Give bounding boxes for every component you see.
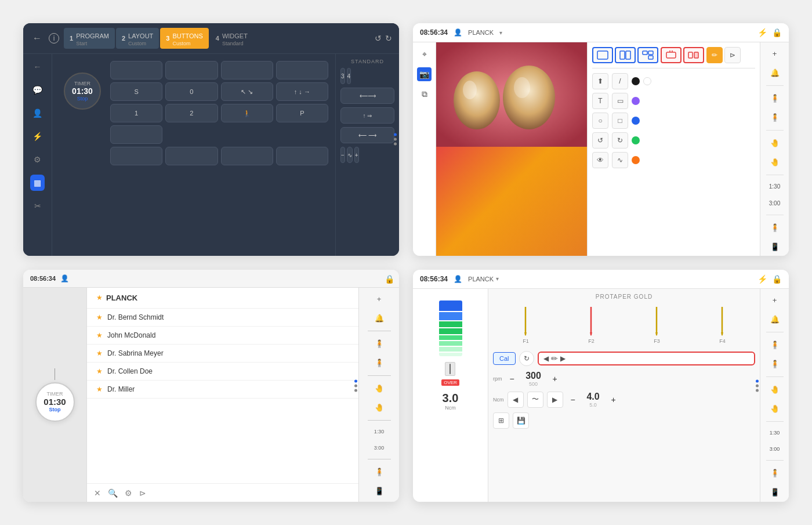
close-icon[interactable]: ✕ [94,488,101,498]
ncm-minus[interactable]: − [567,393,579,406]
panel4-lock-icon[interactable]: 🔒 [772,274,782,284]
btn-1[interactable]: 1 [110,104,162,122]
patient-item-2[interactable]: ★ John McDonald [87,327,358,345]
wave-tool[interactable]: ∿ [612,152,628,168]
rect-tool[interactable]: ▭ [612,93,628,109]
btn-empty-4[interactable] [276,61,328,79]
file-f4[interactable]: F4 [719,307,726,344]
btn-person[interactable]: 🚶 [221,104,273,122]
lock-icon[interactable]: 🔒 [772,28,782,37]
p4-hand2-icon[interactable]: 🤚 [768,402,782,415]
btn-std-minus[interactable]: − [340,147,345,163]
color-purple[interactable] [632,97,640,105]
layout-1-btn[interactable] [592,47,613,63]
btn-empty-2[interactable] [165,61,217,79]
layout-grid-btn[interactable] [637,47,658,63]
btn-arrows-2[interactable]: ↑ ↓ → [276,82,328,101]
btn-std-wave[interactable]: ∿ [347,147,353,163]
tooth-grid-btn[interactable]: ⊞ [493,412,509,429]
bell-icon[interactable]: 🔔 [768,66,782,79]
p4-sit-icon[interactable]: 🧍 [768,338,782,352]
delete-1-btn[interactable] [661,47,682,63]
p4-bell-icon[interactable]: 🔔 [768,313,782,326]
timer-stop-label[interactable]: Stop [77,96,88,102]
file-f1[interactable]: F1 [523,307,529,344]
panel3-lock-icon[interactable]: 🔒 [385,274,394,284]
circle-tool[interactable]: ○ [592,113,608,129]
ncm-plus[interactable]: + [607,393,620,406]
btn-0[interactable]: 0 [165,82,217,101]
btn-empty-1[interactable] [110,61,162,79]
step-1[interactable]: 1 PROGRAM Start [64,28,115,49]
btn-empty-6[interactable] [110,147,162,165]
btn-p[interactable]: P [276,104,328,122]
tool-layers[interactable]: ⧉ [419,87,430,102]
delete-2-btn[interactable] [683,47,704,63]
step-4[interactable]: 4 WIDGET Standard [210,28,253,49]
pen-tool[interactable]: / [612,73,628,89]
text-tool[interactable]: T [592,93,608,109]
color-green[interactable] [632,136,640,144]
refresh-button[interactable]: ↻ [519,351,534,366]
file-f3[interactable]: F3 [654,307,660,344]
hand-icon[interactable]: 🤚 [768,136,782,150]
hand2-icon[interactable]: 🤚 [768,155,782,169]
patient-item-4[interactable]: ★ Dr. Collen Doe [87,363,358,381]
btn-2[interactable]: 2 [165,104,217,122]
rt-timer1-icon[interactable]: 1:30 [372,426,387,437]
btn-empty-7[interactable] [165,147,217,165]
mode-next[interactable]: ▶ [560,354,566,363]
btn-arrows-1[interactable]: ↖ ↘ [221,82,273,101]
file-f2[interactable]: F2 [588,307,594,344]
patient-item-1[interactable]: ★ Dr. Bernd Schmidt [87,309,358,327]
p4-hand-icon[interactable]: 🤚 [768,383,782,396]
p4-phone-icon[interactable]: 📱 [768,486,782,499]
rt-sit3-icon[interactable]: 🧍 [372,465,386,479]
rt-phone-icon[interactable]: 📱 [372,484,386,498]
color-orange[interactable] [632,156,640,164]
annotate-btn[interactable]: ✏ [706,47,723,63]
sidebar-user-icon[interactable]: 👤 [29,105,46,121]
sidebar-bluetooth-icon[interactable]: ⚡ [29,128,46,144]
rt-hand2-icon[interactable]: 🤚 [372,401,386,414]
btn-empty-8[interactable] [221,147,273,165]
ncm-next[interactable]: ▶ [547,392,563,408]
ncm-prev[interactable]: ◀ [507,392,524,408]
step-2[interactable]: 2 LAYOUT Custom [116,28,159,49]
export-icon[interactable]: ⊳ [139,488,146,498]
search-icon[interactable]: 🔍 [108,488,118,498]
redo-tool[interactable]: ↻ [612,132,628,149]
save-btn[interactable]: 💾 [513,412,529,429]
phone-icon[interactable]: 📱 [768,240,782,254]
mode-prev[interactable]: ◀ [543,354,549,363]
bluetooth-icon[interactable]: ⚡ [757,28,767,37]
person3-icon[interactable]: 🧍 [768,221,782,234]
tool-camera[interactable]: 📷 [417,67,432,81]
p4-add-icon[interactable]: + [770,294,780,307]
patient-planck[interactable]: PLANCK [106,294,137,302]
person-icon[interactable]: 🧍 [768,92,782,105]
rt-sit2-icon[interactable]: 🧍 [372,356,386,370]
panel4-chevron[interactable]: ▾ [496,276,499,282]
sidebar-layout-icon[interactable]: ▦ [30,175,45,191]
panel2-chevron-icon[interactable]: ▾ [499,30,502,36]
redo-icon[interactable]: ↻ [385,34,392,43]
color-blue[interactable] [632,117,640,125]
color-black[interactable] [632,77,640,85]
btn-empty-3[interactable] [221,61,273,79]
export-btn[interactable]: ⊳ [724,47,741,63]
rpm-minus[interactable]: − [506,372,519,385]
rpm-plus[interactable]: + [549,372,561,385]
info-icon[interactable]: i [49,33,59,44]
rt-hand-icon[interactable]: 🤚 [372,382,386,395]
patient-item-3[interactable]: ★ Dr. Sabrina Meyer [87,345,358,363]
back-button[interactable]: ← [30,31,44,46]
btn-std-arrows-1[interactable]: ⟵⟶ [340,88,394,104]
btn-std-3[interactable]: 3 [340,68,345,84]
settings-icon[interactable]: ⚙ [125,488,132,498]
btn-std-arrows-3[interactable]: ⟵ ⟶ [340,127,394,143]
rt-sit-icon[interactable]: 🧍 [372,337,386,350]
sidebar-settings-icon[interactable]: ⚙ [30,151,45,168]
patient-item-5[interactable]: ★ Dr. Miller [87,381,358,399]
layout-2-btn[interactable] [615,47,636,63]
